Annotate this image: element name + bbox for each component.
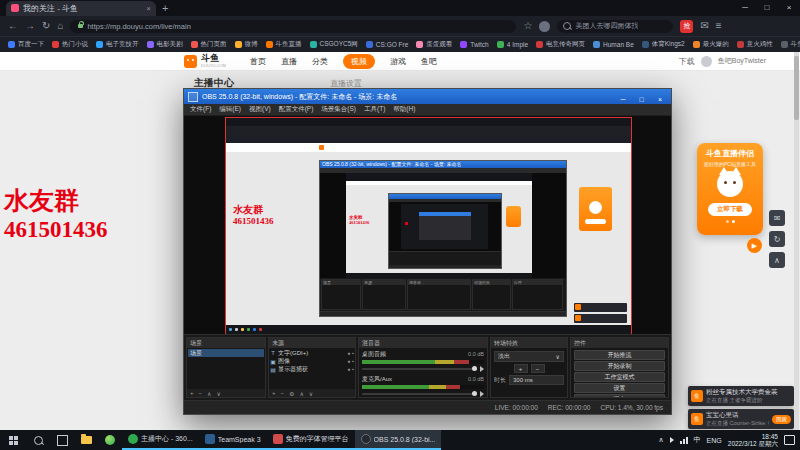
bookmark-item[interactable]: CSGOYC5网: [310, 40, 358, 49]
controls-panel-title[interactable]: 控件: [571, 338, 668, 348]
page-scrollbar[interactable]: [794, 52, 799, 430]
lock-source-icon[interactable]: ▪: [352, 366, 354, 372]
network-icon[interactable]: [680, 437, 688, 444]
obs-menu-tools[interactable]: 工具(T): [364, 105, 385, 114]
bookmark-item[interactable]: 体育Kings2: [642, 40, 685, 49]
obs-maximize-button[interactable]: □: [635, 96, 649, 103]
bookmark-item[interactable]: 斗鱼直播: [266, 40, 302, 49]
window-close-button[interactable]: ×: [778, 0, 800, 16]
lock-source-icon[interactable]: ▪: [352, 350, 354, 356]
scenes-panel-title[interactable]: 场景: [187, 338, 265, 348]
transition-remove-button[interactable]: −: [531, 364, 545, 373]
visibility-eye-icon[interactable]: ●: [347, 350, 350, 356]
exit-button[interactable]: 退出: [574, 394, 665, 397]
sources-panel-title[interactable]: 来源: [269, 338, 355, 348]
speaker-icon[interactable]: [480, 366, 484, 372]
bookmark-item[interactable]: 意火鸡性: [737, 40, 773, 49]
source-row[interactable]: ▤ 显示器捕获 ● ▪: [270, 365, 354, 373]
obs-preview-capture-level1[interactable]: 水友群 461501436 OBS 25.0.8 (32-bit, window…: [225, 117, 632, 334]
nav-category[interactable]: 分类: [312, 56, 328, 67]
browser-tab[interactable]: 我的关注 - 斗鱼 ×: [6, 1, 156, 16]
bookmark-item[interactable]: Human Be: [593, 41, 634, 48]
red-packet-badge[interactable]: 抢: [680, 20, 693, 33]
visibility-eye-icon[interactable]: ●: [347, 366, 350, 372]
scene-add-icon[interactable]: +: [190, 390, 194, 396]
live-notification-card[interactable]: 鱼 宝宝心里话 正在直播 Counter-Strike: Global Offe…: [688, 409, 794, 429]
bookmark-item[interactable]: 电子竞技开: [96, 40, 139, 49]
browser-launcher-button[interactable]: [98, 430, 122, 450]
obs-title-bar[interactable]: OBS 25.0.8 (32-bit, windows) - 配置文件: 未命名…: [184, 89, 671, 104]
scene-down-icon[interactable]: ∨: [216, 390, 220, 397]
taskbar-app-browser[interactable]: 主播中心 - 360...: [122, 430, 199, 450]
address-bar[interactable]: https://mp.douyu.com/live/main: [70, 20, 516, 33]
bookmark-item[interactable]: 4 Imple: [497, 41, 528, 48]
obs-menu-edit[interactable]: 编辑(E): [219, 105, 241, 114]
obs-menu-view[interactable]: 视图(V): [249, 105, 271, 114]
download-link[interactable]: 下载: [679, 56, 695, 67]
bookmark-item[interactable]: 电竞传奇网页: [536, 40, 585, 49]
clock[interactable]: 18:45 2022/3/12 星期六: [728, 433, 778, 448]
back-icon[interactable]: ←: [8, 21, 18, 31]
mail-icon[interactable]: ✉: [700, 21, 708, 31]
transitions-panel-title[interactable]: 转场特效: [491, 338, 567, 348]
bookmark-item[interactable]: 热门页面: [191, 40, 227, 49]
visibility-eye-icon[interactable]: ●: [347, 358, 350, 364]
bookmark-item[interactable]: 电影美剧: [147, 40, 183, 49]
start-recording-button[interactable]: 开始录制: [574, 361, 665, 371]
window-minimize-button[interactable]: ─: [734, 0, 756, 16]
lock-source-icon[interactable]: ▪: [352, 358, 354, 364]
browser-search-box[interactable]: 美团人去哪四面体找: [557, 20, 673, 33]
side-tool-top-button[interactable]: ∧: [769, 252, 785, 268]
bookmark-item[interactable]: Twitch: [460, 41, 488, 48]
language-indicator[interactable]: ENG: [707, 437, 722, 444]
home-icon[interactable]: ⌂: [57, 21, 63, 31]
bookmark-star-icon[interactable]: ☆: [523, 21, 532, 31]
new-tab-button[interactable]: +: [162, 2, 168, 14]
obs-menu-profile[interactable]: 配置文件(P): [279, 105, 314, 114]
taskbar-app-teamspeak[interactable]: TeamSpeak 3: [199, 430, 267, 450]
obs-menu-scene-collection[interactable]: 场景集合(S): [321, 105, 356, 114]
volume-slider[interactable]: [362, 393, 477, 395]
taskbar-search-button[interactable]: [26, 430, 50, 450]
nav-home[interactable]: 首页: [250, 56, 266, 67]
browser-menu-icon[interactable]: ≡: [716, 21, 722, 31]
start-button[interactable]: [0, 430, 26, 450]
duration-value[interactable]: 300 ms: [509, 375, 564, 385]
volume-icon[interactable]: [670, 437, 674, 443]
obs-close-button[interactable]: ×: [653, 96, 667, 103]
tab-close-icon[interactable]: ×: [146, 4, 151, 13]
source-properties-icon[interactable]: ⚙: [289, 390, 294, 397]
source-add-icon[interactable]: +: [272, 390, 276, 396]
promo-play-button[interactable]: ▶: [747, 238, 762, 253]
source-remove-icon[interactable]: −: [281, 390, 285, 396]
file-explorer-button[interactable]: [74, 430, 98, 450]
nav-live[interactable]: 直播: [281, 56, 297, 67]
bookmark-item[interactable]: 百度一下: [8, 40, 44, 49]
studio-mode-button[interactable]: 工作室模式: [574, 372, 665, 382]
bookmark-item[interactable]: 热门小说: [52, 40, 88, 49]
scene-item[interactable]: 场景: [188, 349, 264, 357]
bookmark-item[interactable]: 斗鱼反BUFF回: [781, 40, 800, 49]
douyu-companion-promo-card[interactable]: 斗鱼直播伴侣 超好用的PC端直播工具 立即下载: [697, 143, 763, 235]
user-avatar[interactable]: [701, 56, 712, 67]
douyu-logo[interactable]: 斗鱼 DOUYU.COM: [184, 54, 226, 68]
source-down-icon[interactable]: ∨: [309, 390, 313, 397]
scene-up-icon[interactable]: ∧: [207, 390, 211, 397]
ime-indicator[interactable]: 中: [694, 435, 701, 445]
taskbar-app-font-manager[interactable]: 免费的字体管理平台: [267, 430, 355, 450]
bookmark-item[interactable]: 微博: [235, 40, 258, 49]
forward-icon[interactable]: →: [25, 21, 35, 31]
download-now-button[interactable]: 立即下载: [708, 203, 752, 216]
source-up-icon[interactable]: ∧: [299, 390, 303, 397]
obs-menu-file[interactable]: 文件(F): [190, 105, 211, 114]
obs-minimize-button[interactable]: ─: [616, 96, 630, 103]
live-notification-card[interactable]: 鱼 粉丝专属技术大学费金装 正在直播 王者争霸进阶: [688, 386, 794, 406]
nav-yuba[interactable]: 鱼吧: [421, 56, 437, 67]
scene-remove-icon[interactable]: −: [199, 390, 203, 396]
volume-slider[interactable]: [362, 368, 477, 370]
watch-button[interactable]: 围观: [772, 415, 791, 424]
speaker-icon[interactable]: [480, 391, 484, 397]
mixer-panel-title[interactable]: 混音器: [359, 338, 487, 348]
nav-video[interactable]: 视频: [343, 54, 375, 69]
bookmark-item[interactable]: 蛋蛋观看: [416, 40, 452, 49]
